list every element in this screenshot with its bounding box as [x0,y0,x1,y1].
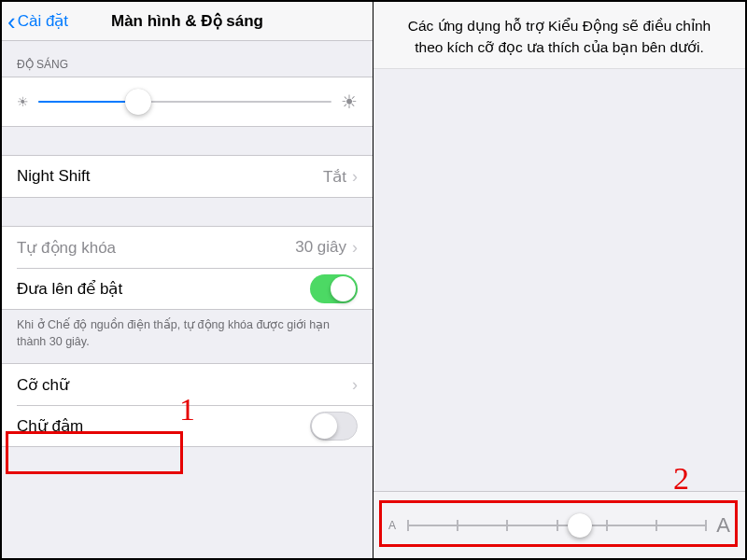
text-size-thumb[interactable] [568,513,592,538]
low-power-note: Khi ở Chế độ nguồn điện thấp, tự động kh… [2,310,373,363]
brightness-group: ☀︎ ☀︎ [2,77,373,127]
brightness-slider-row: ☀︎ ☀︎ [2,77,373,126]
night-shift-group: Night Shift Tắt › [2,155,373,198]
text-group: Cỡ chữ › Chữ đậm [2,363,373,447]
letter-large-icon: A [716,513,730,538]
text-size-panel: Các ứng dụng hỗ trợ Kiểu Động sẽ điều ch… [374,2,745,558]
chevron-right-icon: › [352,167,358,187]
sun-large-icon: ☀︎ [341,91,358,113]
bold-text-toggle[interactable] [310,412,358,441]
toggle-knob [331,276,356,301]
slider-tick [457,520,458,531]
chevron-right-icon: › [352,238,358,258]
settings-display-brightness-panel: ‹ Cài đặt Màn hình & Độ sáng ĐỘ SÁNG ☀︎ … [2,2,374,558]
brightness-fill [38,101,138,103]
slider-tick [606,520,608,531]
text-size-body [374,69,745,513]
auto-lock-group: Tự động khóa 30 giây › Đưa lên để bật [2,226,373,310]
brightness-slider[interactable] [38,101,331,103]
brightness-thumb[interactable] [125,89,151,115]
text-size-row[interactable]: Cỡ chữ › [2,364,373,405]
auto-lock-label: Tự động khóa [17,238,116,258]
slider-tick [655,520,657,531]
dynamic-type-description: Các ứng dụng hỗ trợ Kiểu Động sẽ điều ch… [374,2,745,69]
back-label: Cài đặt [18,11,68,31]
slider-tick [705,520,707,531]
letter-small-icon: A [388,519,396,532]
night-shift-row[interactable]: Night Shift Tắt › [2,156,373,197]
text-size-slider[interactable] [407,525,705,526]
night-shift-label: Night Shift [17,167,90,186]
chevron-left-icon: ‹ [7,9,16,34]
back-button[interactable]: ‹ Cài đặt [2,9,68,34]
text-size-label: Cỡ chữ [17,375,69,395]
auto-lock-row[interactable]: Tự động khóa 30 giây › [2,227,373,268]
nav-header: ‹ Cài đặt Màn hình & Độ sáng [2,2,373,41]
bold-text-row: Chữ đậm [2,405,373,446]
brightness-section-label: ĐỘ SÁNG [2,41,373,77]
slider-tick [506,520,508,531]
auto-lock-value: 30 giây [295,238,346,257]
bold-text-label: Chữ đậm [17,416,83,436]
chevron-right-icon: › [352,375,358,395]
night-shift-value: Tắt [323,167,346,187]
slider-tick [557,520,558,531]
toggle-knob [312,413,337,439]
raise-to-wake-toggle[interactable] [310,274,358,303]
slider-tick [407,520,409,531]
raise-to-wake-label: Đưa lên để bật [17,279,122,299]
sun-small-icon: ☀︎ [17,94,29,109]
raise-to-wake-row: Đưa lên để bật [2,268,373,309]
text-size-slider-bar: A A [374,491,745,558]
